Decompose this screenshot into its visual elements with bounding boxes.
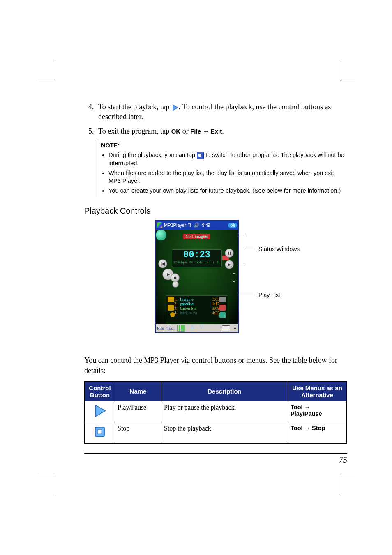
content-area: To start the playbck, tap . To control t…: [84, 102, 347, 444]
signal-icon: ⇅: [188, 222, 192, 228]
table-row: Stop Stop the playback. Tool → Stop: [85, 422, 347, 443]
playlist-btn-6[interactable]: [219, 312, 226, 318]
plus-icon: +: [233, 279, 235, 284]
note-item-2: When files are added to the play list, t…: [108, 169, 348, 185]
playlist-row: 3.Green Sle3:09: [174, 306, 219, 311]
row-desc: Play or pause the playback.: [161, 401, 288, 422]
equalizer-icon[interactable]: [177, 325, 185, 332]
play-pause-icon: [93, 404, 107, 418]
svg-marker-9: [96, 405, 106, 416]
svg-marker-7: [228, 263, 231, 267]
step5-mid: or: [182, 127, 191, 135]
screenshot-figure: MP3Player ⇅ 🔊 9:49 ok No.1 imagine 00:23…: [84, 220, 347, 348]
play-pause-icon-cell: [85, 401, 115, 422]
controls-table: Control Button Name Description Use Menu…: [84, 381, 347, 444]
step-list: To start the playbck, tap . To control t…: [84, 102, 347, 136]
note-item-3: You can create your own play lists for f…: [108, 187, 348, 195]
up-arrow-icon[interactable]: [233, 327, 237, 329]
playlist-btn-3[interactable]: [170, 312, 175, 317]
mp3player-screenshot: MP3Player ⇅ 🔊 9:49 ok No.1 imagine 00:23…: [155, 220, 239, 333]
minus-icon: −: [233, 271, 235, 276]
clock-text: 9:49: [202, 223, 210, 228]
th-control-button: Control Button: [85, 382, 115, 401]
menu-file[interactable]: File: [157, 326, 164, 331]
svg-rect-11: [98, 430, 102, 434]
note1-pre: During the playback, you can tap: [108, 152, 197, 158]
note-block: NOTE: During the playback, you can tap t…: [97, 141, 348, 197]
svg-rect-5: [228, 252, 229, 255]
stop-icon: [93, 425, 107, 439]
step5-pre: To exit the program, tap: [98, 127, 171, 135]
row-name: Play/Pause: [115, 401, 161, 422]
crop-mark: [53, 474, 53, 493]
arrow-icon: →: [303, 425, 312, 431]
playlist-panel: 1.Imagine3:05 2.paradise1:17 3.Green Sle…: [166, 295, 228, 322]
svg-marker-3: [167, 273, 169, 276]
elapsed-time: 00:23: [172, 250, 221, 260]
pause-button[interactable]: [225, 249, 234, 258]
th-name: Name: [115, 382, 161, 401]
down-icon[interactable]: ▽: [200, 324, 203, 330]
callout-status: Status Windows: [258, 246, 300, 252]
stop-icon-cell: [85, 422, 115, 443]
row-desc: Stop the playback.: [161, 422, 288, 443]
svg-rect-2: [161, 262, 161, 266]
crop-mark: [37, 474, 53, 474]
row-name: Stop: [115, 422, 161, 443]
callout-bracket: [240, 235, 244, 264]
track-badge: No.1 imagine: [183, 234, 210, 239]
playlist-btn-2[interactable]: [168, 305, 174, 311]
note-heading: NOTE:: [101, 142, 120, 149]
callout-line: [240, 295, 256, 295]
up-icon[interactable]: △: [190, 324, 194, 330]
svg-rect-8: [231, 263, 231, 267]
step-5: To exit the program, tap OK or File → Ex…: [96, 126, 347, 136]
ok-label: OK: [171, 128, 181, 135]
playlist-btn-1[interactable]: [168, 297, 174, 302]
menu-tool[interactable]: Tool: [166, 326, 175, 331]
note-item-1: During the playback, you can tap to swit…: [108, 151, 348, 167]
keyboard-icon[interactable]: [222, 325, 230, 331]
row-menu: Tool → Stop: [288, 422, 347, 443]
crop-mark: [53, 62, 53, 81]
section-heading: Playback Controls: [84, 206, 347, 216]
svg-marker-1: [161, 262, 164, 266]
crop-mark: [339, 474, 355, 474]
step4-text-pre: To start the playbck, tap: [98, 103, 171, 111]
svg-marker-0: [173, 105, 178, 111]
start-menu-icon: [197, 152, 204, 159]
step5-end: .: [222, 127, 224, 135]
exit-label: Exit: [211, 128, 222, 135]
page: To start the playbck, tap . To control t…: [0, 0, 392, 555]
arrow-icon: →: [203, 128, 211, 135]
play-icon: [171, 104, 179, 111]
crop-mark: [339, 474, 339, 493]
prev-button[interactable]: [158, 259, 167, 268]
playlist-row: 4.back to yo4:25: [174, 311, 219, 315]
titlebar: MP3Player ⇅ 🔊 9:49 ok: [156, 221, 238, 230]
repeat-button[interactable]: [172, 281, 179, 288]
callout-line: [244, 249, 256, 249]
windows-logo-icon: [157, 222, 162, 228]
th-description: Description: [161, 382, 288, 401]
lcd-display: 00:23 128kbps 44.1KHz Joint St: [172, 249, 222, 267]
crop-mark: [339, 81, 355, 81]
playlist-row: 2.paradise1:17: [174, 302, 219, 306]
footer-rule: [84, 453, 347, 454]
th-menu-alt: Use Menus as an Alternative: [288, 382, 347, 401]
playlist-nav: △ ▽: [190, 324, 203, 330]
table-row: Play/Pause Play or pause the playback. T…: [85, 401, 347, 422]
ok-button[interactable]: ok: [228, 223, 237, 228]
player-body: No.1 imagine 00:23 128kbps 44.1KHz Joint…: [156, 230, 238, 324]
next-button[interactable]: [225, 260, 234, 269]
volume-knob[interactable]: [156, 230, 166, 240]
playlist-btn-4[interactable]: [219, 297, 226, 302]
crop-mark: [37, 81, 53, 81]
arrow-icon: →: [303, 404, 311, 410]
step-4: To start the playbck, tap . To control t…: [96, 102, 347, 122]
page-footer: 75: [84, 453, 347, 465]
svg-rect-4: [174, 277, 176, 279]
speaker-icon: 🔊: [194, 222, 200, 228]
playlist-btn-5[interactable]: [219, 305, 226, 311]
callout-playlist: Play List: [258, 292, 280, 298]
